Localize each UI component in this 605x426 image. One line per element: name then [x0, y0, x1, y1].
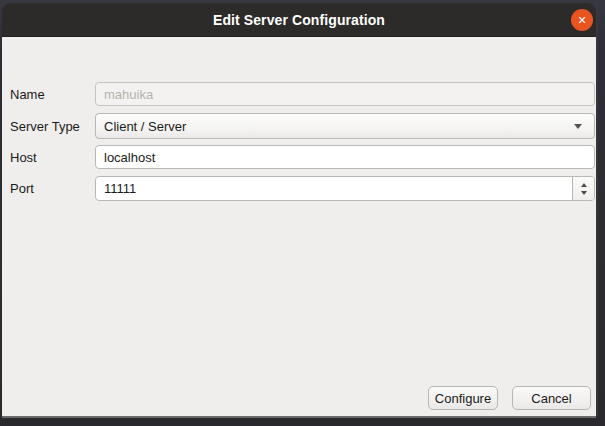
dialog-window: Edit Server Configuration ✕ Name Server … [2, 3, 596, 416]
close-button[interactable]: ✕ [571, 9, 593, 31]
name-field [95, 82, 595, 106]
port-label: Port [10, 176, 94, 201]
configure-button[interactable]: Configure [428, 386, 498, 410]
titlebar[interactable]: Edit Server Configuration ✕ [2, 3, 596, 37]
server-type-value: Client / Server [104, 119, 574, 134]
host-field[interactable] [95, 145, 595, 169]
cancel-button[interactable]: Cancel [512, 386, 591, 410]
spin-up-icon[interactable] [581, 183, 587, 187]
screen: { "window": { "title": "Edit Server Conf… [0, 0, 605, 426]
chevron-down-icon [574, 124, 582, 129]
spin-down-icon[interactable] [581, 191, 587, 195]
port-spin-buttons[interactable] [572, 177, 594, 200]
close-icon: ✕ [577, 15, 586, 26]
server-type-label: Server Type [10, 113, 94, 139]
dialog-body: Name Server Type Client / Server Host Po… [2, 37, 596, 416]
server-type-dropdown[interactable]: Client / Server [95, 113, 595, 139]
port-field[interactable] [96, 177, 572, 200]
dialog-title: Edit Server Configuration [213, 12, 385, 28]
name-label: Name [10, 82, 94, 106]
port-spinbox [95, 176, 595, 201]
host-label: Host [10, 145, 94, 169]
